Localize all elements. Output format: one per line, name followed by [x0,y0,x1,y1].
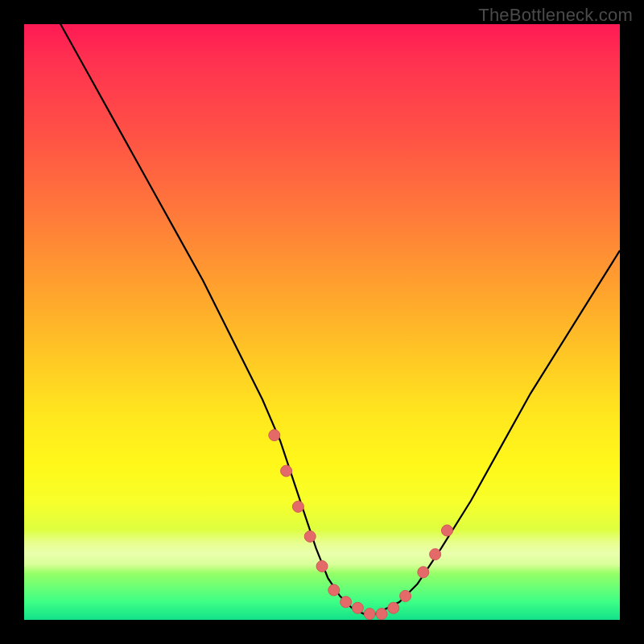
marker-point [430,549,441,560]
marker-point [316,560,328,572]
watermark-text: TheBottleneck.com [478,5,633,26]
marker-point [269,430,280,441]
marker-point [341,597,352,608]
marker-point [304,530,316,542]
plot-area [24,24,620,620]
marker-point [400,590,411,601]
chart-svg [24,24,620,620]
marker-group [269,430,453,620]
marker-point [281,465,292,477]
marker-point [441,525,452,536]
marker-point [418,567,429,578]
marker-point [328,584,340,596]
bottleneck-curve [54,12,620,613]
chart-frame: TheBottleneck.com [0,0,644,644]
marker-point [376,609,387,620]
marker-point [364,609,375,620]
marker-point [388,602,399,613]
marker-point [352,602,363,613]
marker-point [292,501,303,512]
